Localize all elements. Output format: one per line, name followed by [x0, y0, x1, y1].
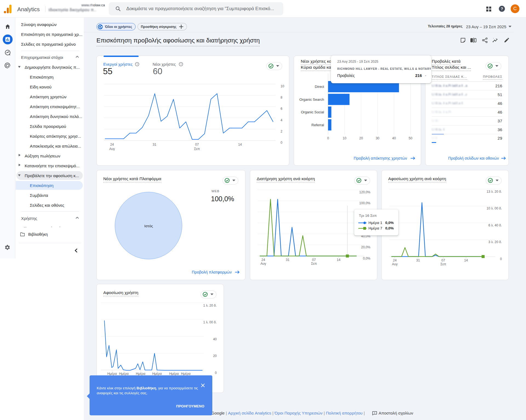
- svg-text:31: 31: [286, 258, 290, 262]
- svg-text:Σεπ: Σεπ: [194, 147, 200, 151]
- svg-text:40: 40: [392, 136, 396, 140]
- svg-text:100,0%: 100,0%: [359, 201, 370, 205]
- svg-text:Organic Social: Organic Social: [301, 110, 324, 114]
- svg-text:2: 2: [281, 130, 282, 133]
- svg-text:8: 8: [281, 96, 282, 99]
- svg-text:20: 20: [213, 354, 217, 358]
- svg-text:07: 07: [312, 258, 316, 262]
- svg-text:10: 10: [281, 84, 284, 88]
- svg-text:14: 14: [337, 258, 341, 262]
- svg-text:24: 24: [393, 258, 397, 262]
- svg-text:Ημέρα: Ημέρα: [152, 372, 162, 376]
- svg-text:31: 31: [416, 258, 420, 262]
- svg-text:10 λ. 00 δ.: 10 λ. 00 δ.: [487, 206, 502, 210]
- svg-text:Direct: Direct: [315, 85, 324, 89]
- svg-text:Referral: Referral: [311, 123, 324, 127]
- svg-text:50: 50: [409, 136, 413, 140]
- svg-text:14: 14: [238, 143, 242, 146]
- svg-text:Ημέρα: Ημέρα: [169, 372, 179, 376]
- svg-text:14: 14: [464, 258, 468, 262]
- svg-text:0: 0: [215, 371, 217, 375]
- svg-text:13 λ. 20 δ.: 13 λ. 20 δ.: [487, 190, 502, 194]
- svg-text:0: 0: [327, 136, 329, 140]
- svg-text:Ημέρα: Ημέρα: [136, 372, 145, 376]
- svg-text:4: 4: [281, 118, 282, 122]
- svg-text:0: 0: [281, 141, 282, 145]
- svg-text:1 λ. 00 δ.: 1 λ. 00 δ.: [203, 320, 217, 324]
- svg-text:Σεπ: Σεπ: [311, 262, 317, 266]
- svg-text:1 λ. 20 δ.: 1 λ. 20 δ.: [203, 304, 217, 307]
- svg-text:0: 0: [500, 257, 502, 261]
- svg-text:Αυγ: Αυγ: [261, 262, 266, 266]
- svg-text:Αυγ: Αυγ: [109, 147, 115, 151]
- svg-text:3 λ. 20 δ.: 3 λ. 20 δ.: [488, 240, 502, 244]
- svg-text:20: 20: [359, 136, 363, 140]
- svg-text:0,0%: 0,0%: [363, 257, 371, 260]
- svg-text:Αυγ: Αυγ: [392, 262, 398, 266]
- svg-text:6 λ. 40 δ.: 6 λ. 40 δ.: [488, 223, 502, 227]
- svg-text:24: 24: [110, 143, 114, 146]
- svg-text:10: 10: [343, 136, 347, 140]
- svg-text:07: 07: [195, 143, 199, 146]
- svg-text:Ημέρα: Ημέρα: [107, 372, 117, 376]
- svg-text:31: 31: [153, 143, 156, 146]
- svg-text:Ημέρα: Ημέρα: [181, 372, 191, 376]
- svg-text:Organic Search: Organic Search: [299, 97, 324, 102]
- svg-text:Σεπ: Σεπ: [440, 262, 446, 266]
- svg-text:6: 6: [281, 107, 282, 111]
- svg-text:20,0%: 20,0%: [361, 245, 370, 249]
- svg-text:Ημέρα: Ημέρα: [119, 372, 129, 376]
- svg-text:40: 40: [213, 337, 217, 341]
- svg-text:30: 30: [376, 136, 379, 140]
- svg-text:07: 07: [441, 258, 445, 262]
- svg-text:120,0%: 120,0%: [359, 190, 370, 194]
- svg-text:24: 24: [261, 258, 265, 262]
